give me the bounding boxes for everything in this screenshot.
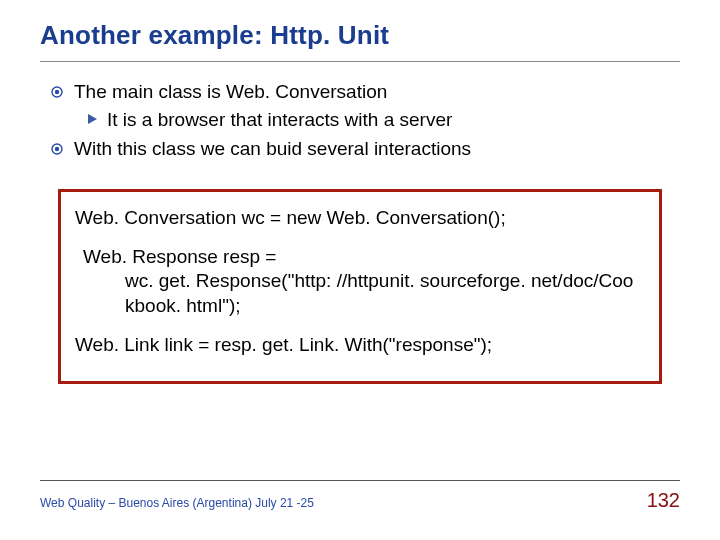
bullet-text: The main class is Web. Conversation bbox=[74, 80, 387, 104]
bullet-level1: With this class we can buid several inte… bbox=[50, 137, 680, 161]
code-line: Web. Conversation wc = new Web. Conversa… bbox=[75, 206, 645, 231]
page-number: 132 bbox=[647, 489, 680, 512]
code-line: Web. Response resp = bbox=[83, 245, 645, 270]
slide: Another example: Http. Unit The main cla… bbox=[0, 0, 720, 540]
bullet-level2: It is a browser that interacts with a se… bbox=[88, 108, 680, 132]
footer: Web Quality – Buenos Aires (Argentina) J… bbox=[40, 480, 680, 512]
code-line: kbook. html"); bbox=[83, 294, 645, 319]
svg-point-3 bbox=[55, 146, 59, 150]
bullet-text: It is a browser that interacts with a se… bbox=[107, 108, 452, 132]
code-line: Web. Link link = resp. get. Link. With("… bbox=[75, 333, 645, 358]
code-block: Web. Response resp = wc. get. Response("… bbox=[75, 245, 645, 319]
slide-body: The main class is Web. Conversation It i… bbox=[40, 80, 680, 384]
code-line: wc. get. Response("http: //httpunit. sou… bbox=[83, 269, 645, 294]
code-box: Web. Conversation wc = new Web. Conversa… bbox=[58, 189, 662, 384]
bullet-icon bbox=[50, 142, 64, 156]
svg-point-1 bbox=[55, 90, 59, 94]
bullet-icon bbox=[50, 85, 64, 99]
slide-title: Another example: Http. Unit bbox=[40, 20, 680, 62]
bullet-level1: The main class is Web. Conversation bbox=[50, 80, 680, 104]
arrow-icon bbox=[88, 114, 97, 124]
footer-text: Web Quality – Buenos Aires (Argentina) J… bbox=[40, 496, 314, 510]
bullet-text: With this class we can buid several inte… bbox=[74, 137, 471, 161]
